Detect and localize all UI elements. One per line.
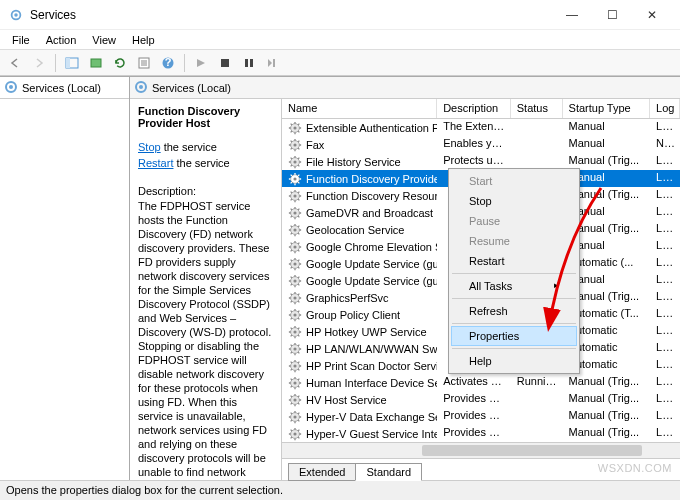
- nav-item-services-local[interactable]: Services (Local): [0, 77, 129, 99]
- restart-service-button[interactable]: [262, 52, 284, 74]
- cell-logon: Loca: [650, 204, 680, 221]
- svg-rect-12: [245, 59, 248, 67]
- svg-point-34: [293, 245, 296, 248]
- svg-point-24: [293, 160, 296, 163]
- tab-standard[interactable]: Standard: [355, 463, 422, 481]
- description-label: Description:: [138, 185, 273, 197]
- cell-name: Google Chrome Elevation S...: [306, 241, 437, 253]
- maximize-button[interactable]: ☐: [592, 1, 632, 29]
- svg-point-38: [293, 279, 296, 282]
- col-description[interactable]: Description: [437, 99, 511, 118]
- export-button[interactable]: [85, 52, 107, 74]
- detail-pane: Function Discovery Provider Host Stop th…: [130, 99, 282, 480]
- cell-description: Enables you...: [437, 136, 511, 153]
- cell-logon: Loca: [650, 340, 680, 357]
- restart-link[interactable]: Restart: [138, 157, 173, 169]
- grid-header: Name Description Status Startup Type Log: [282, 99, 680, 119]
- forward-button[interactable]: [28, 52, 50, 74]
- stop-suffix: the service: [161, 141, 217, 153]
- col-logon[interactable]: Log: [650, 99, 680, 118]
- gear-icon: [288, 427, 302, 441]
- horizontal-scrollbar[interactable]: [282, 442, 680, 458]
- ctx-all-tasks[interactable]: All Tasks: [451, 276, 577, 296]
- gear-icon: [288, 325, 302, 339]
- cell-logon: Loca: [650, 374, 680, 391]
- ctx-refresh[interactable]: Refresh: [451, 301, 577, 321]
- menu-file[interactable]: File: [4, 32, 38, 48]
- pause-service-button[interactable]: [238, 52, 260, 74]
- titlebar: Services — ☐ ✕: [0, 0, 680, 30]
- svg-point-36: [293, 262, 296, 265]
- restart-suffix: the service: [173, 157, 229, 169]
- col-startup[interactable]: Startup Type: [563, 99, 651, 118]
- table-row[interactable]: Extensible Authentication P...The Extens…: [282, 119, 680, 136]
- watermark: WSXDN.COM: [598, 462, 672, 474]
- cell-logon: Loca: [650, 170, 680, 187]
- col-name[interactable]: Name: [282, 99, 437, 118]
- services-icon: [134, 80, 148, 96]
- ctx-properties[interactable]: Properties: [451, 326, 577, 346]
- cell-name: Hyper-V Data Exchange Ser...: [306, 411, 437, 423]
- cell-logon: Loca: [650, 238, 680, 255]
- svg-rect-13: [250, 59, 253, 67]
- selected-service-title: Function Discovery Provider Host: [138, 105, 273, 129]
- cell-description: The Extensi...: [437, 119, 511, 136]
- cell-status: [511, 408, 563, 425]
- close-button[interactable]: ✕: [632, 1, 672, 29]
- help-button[interactable]: ?: [157, 52, 179, 74]
- table-row[interactable]: Hyper-V Guest Service Inter...Provides a…: [282, 425, 680, 442]
- cell-logon: Loca: [650, 187, 680, 204]
- menu-help[interactable]: Help: [124, 32, 163, 48]
- refresh-button[interactable]: [109, 52, 131, 74]
- cell-name: GraphicsPerfSvc: [306, 292, 389, 304]
- toolbar: ?: [0, 50, 680, 76]
- menubar: File Action View Help: [0, 30, 680, 50]
- start-service-button[interactable]: [190, 52, 212, 74]
- cell-description: Provides an ...: [437, 391, 511, 408]
- cell-status: [511, 136, 563, 153]
- show-hide-tree-button[interactable]: [61, 52, 83, 74]
- menu-view[interactable]: View: [84, 32, 124, 48]
- back-button[interactable]: [4, 52, 26, 74]
- ctx-stop[interactable]: Stop: [451, 191, 577, 211]
- gear-icon: [288, 410, 302, 424]
- table-row[interactable]: HV Host ServiceProvides an ...Manual (Tr…: [282, 391, 680, 408]
- ctx-start[interactable]: Start: [451, 171, 577, 191]
- stop-link[interactable]: Stop: [138, 141, 161, 153]
- context-menu: Start Stop Pause Resume Restart All Task…: [448, 168, 580, 374]
- cell-name: GameDVR and Broadcast Us...: [306, 207, 437, 219]
- cell-logon: Loca: [650, 221, 680, 238]
- cell-description: Provides a ...: [437, 408, 511, 425]
- cell-startup: Manual (Trig...: [563, 391, 651, 408]
- ctx-resume[interactable]: Resume: [451, 231, 577, 251]
- gear-icon: [288, 240, 302, 254]
- svg-point-22: [293, 143, 296, 146]
- nav-item-label: Services (Local): [22, 82, 101, 94]
- svg-point-32: [293, 228, 296, 231]
- svg-text:?: ?: [165, 56, 172, 68]
- ctx-restart[interactable]: Restart: [451, 251, 577, 271]
- stop-service-button[interactable]: [214, 52, 236, 74]
- table-row[interactable]: FaxEnables you...ManualNetw: [282, 136, 680, 153]
- svg-point-46: [293, 347, 296, 350]
- navigation-tree: Services (Local): [0, 77, 130, 480]
- gear-icon: [288, 138, 302, 152]
- table-row[interactable]: Human Interface Device Ser...Activates a…: [282, 374, 680, 391]
- ctx-help[interactable]: Help: [451, 351, 577, 371]
- menu-action[interactable]: Action: [38, 32, 85, 48]
- gear-icon: [288, 376, 302, 390]
- cell-logon: Loca: [650, 272, 680, 289]
- table-row[interactable]: Hyper-V Data Exchange Ser...Provides a .…: [282, 408, 680, 425]
- minimize-button[interactable]: —: [552, 1, 592, 29]
- tab-extended[interactable]: Extended: [288, 463, 356, 481]
- cell-startup: Manual: [563, 136, 651, 153]
- cell-status: [511, 391, 563, 408]
- cell-logon: Netw: [650, 136, 680, 153]
- cell-logon: Loca: [650, 289, 680, 306]
- ctx-pause[interactable]: Pause: [451, 211, 577, 231]
- cell-name: Google Update Service (gup...: [306, 275, 437, 287]
- cell-name: Function Discovery Resourc...: [306, 190, 437, 202]
- window-title: Services: [30, 8, 552, 22]
- properties-button[interactable]: [133, 52, 155, 74]
- col-status[interactable]: Status: [511, 99, 563, 118]
